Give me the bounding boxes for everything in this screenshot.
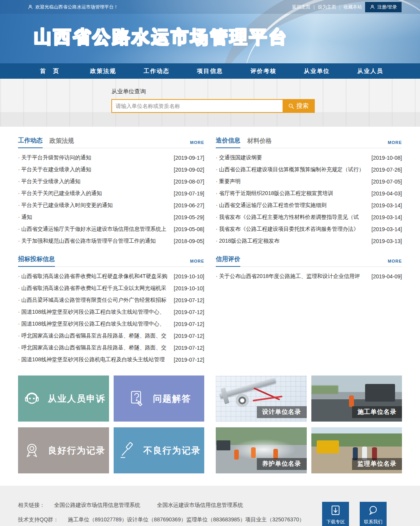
- tab-policies[interactable]: 政策法规: [50, 137, 74, 148]
- search-button[interactable]: 搜索: [283, 100, 314, 112]
- list-item: 重要声明 [2019-07-05]: [216, 175, 402, 187]
- search-input[interactable]: [112, 100, 283, 112]
- section-work-news: 工作动态 政策法规 MORE 关于平台升级暂停访问的通知 [2019-09-17…: [18, 137, 204, 247]
- news-link[interactable]: 山西省交通运输厅公路工程造价管理实施细则: [216, 202, 369, 209]
- news-link[interactable]: 2018版公路工程定额发布: [216, 238, 369, 245]
- contact-us-button[interactable]: 联系我们: [360, 502, 387, 526]
- news-link[interactable]: 我省发布《公路工程主要地方性材料价差调整指导意见（试: [216, 214, 369, 221]
- list-item: 平台关于业绩录入的通知 [2019-08-07]: [18, 175, 204, 187]
- news-link[interactable]: 平台关于已建业绩录入时间变更的通知: [18, 202, 171, 209]
- qq-support-row: 技术支持QQ群： 施工单位（891027789）设计单位（887690369）监…: [18, 516, 304, 523]
- section-credit-evaluation: 信用评价 MORE 关于公布山西省2018年度公路施工、监理和设计企业信用评 […: [216, 255, 402, 366]
- news-link[interactable]: 国道108线神堂堡至砂河段公路机电工程及白坡头主线站管理: [18, 356, 171, 363]
- register-login-button[interactable]: 注册/登录: [365, 2, 402, 12]
- list-item: 山西省取消高速公路省界收费站工程千兆工业以太网光端机采 [2019-10-10]: [18, 282, 204, 294]
- more-link[interactable]: MORE: [388, 140, 402, 148]
- tab-bidding-info[interactable]: 招标投标信息: [18, 255, 55, 267]
- news-date: [2019-04-09]: [372, 273, 402, 280]
- news-link[interactable]: 国道108线神堂堡至砂河段公路工程白坡头主线站管理中心、: [18, 321, 171, 328]
- national-highway-credit-link[interactable]: 全国公路建设市场信用信息管理系统: [54, 502, 140, 509]
- news-link[interactable]: 平台关于关闭已建业绩录入的通知: [18, 190, 171, 197]
- medal-icon: [21, 440, 42, 461]
- maintenance-units-directory[interactable]: 养护单位名录: [216, 427, 307, 473]
- favorite-link[interactable]: 收藏本站: [344, 4, 362, 10]
- news-link[interactable]: 国道108线神堂堡至砂河段公路工程白坡头主线站管理中心、: [18, 309, 171, 316]
- tab-work-news[interactable]: 工作动态: [18, 137, 43, 148]
- nav-item-projects[interactable]: 项目信息: [183, 68, 236, 75]
- photo-label: 设计单位名录: [257, 406, 307, 418]
- news-link[interactable]: 关于公布山西省2018年度公路施工、监理和设计企业信用评: [216, 273, 369, 280]
- set-home-link[interactable]: 设为主页: [318, 4, 336, 10]
- news-date: [2019-07-12]: [174, 297, 204, 303]
- nav-item-enterprises[interactable]: 从业单位: [290, 68, 344, 75]
- topbar: 欢迎光临山西省公路水运市场管理平台！ 返回主页| 设为主页| 收藏本站 注册/登…: [0, 0, 420, 14]
- news-link[interactable]: 重要声明: [216, 178, 369, 185]
- news-date: [2019-07-12]: [174, 309, 204, 315]
- more-link[interactable]: MORE: [388, 259, 402, 266]
- download-icon: [330, 504, 341, 516]
- news-date: [2019-07-19]: [174, 190, 204, 197]
- tab-credit-evaluation[interactable]: 信用评价: [216, 255, 240, 267]
- tile-label: 问题解答: [153, 393, 191, 405]
- download-zone-button[interactable]: 下载专区: [322, 502, 349, 526]
- list-item: 山西省交通运输厅关于做好水运建设市场信用信息管理系统上 [2019-05-08]: [18, 223, 204, 235]
- news-link[interactable]: 通知: [18, 214, 171, 221]
- nav-item-evaluation[interactable]: 评价考核: [237, 68, 290, 75]
- related-links-label: 相关链接：: [18, 502, 45, 509]
- topbar-welcome-group: 欢迎光临山西省公路水运市场管理平台！: [28, 4, 118, 10]
- qq-support-label: 技术支持QQ群：: [18, 516, 59, 523]
- download-zone-label: 下载专区: [326, 519, 345, 525]
- nav-item-home[interactable]: 首 页: [23, 68, 76, 75]
- user-icon: [28, 4, 33, 10]
- supervision-units-directory[interactable]: 监理单位名录: [311, 427, 402, 473]
- news-link[interactable]: 呼北国家高速公路山西省隰县至吉县段路基、桥隧、路面、交: [18, 344, 171, 351]
- list-item: 国道108线神堂堡至砂河段公路机电工程及白坡头主线站管理 [2019-07-12…: [18, 354, 204, 366]
- footer-text-block: 相关链接： 全国公路建设市场信用信息管理系统 全国水运建设市场信用信息管理系统 …: [18, 502, 304, 526]
- nav-item-policies[interactable]: 政策法规: [76, 68, 130, 75]
- news-link[interactable]: 交通强国建设纲要: [216, 154, 369, 161]
- news-link[interactable]: 山西省取消高速公路省界收费站工程硬盘录像机和4T硬盘采购: [18, 273, 171, 280]
- construction-units-directory[interactable]: 施工单位名录: [311, 375, 402, 422]
- nav-item-personnel[interactable]: 从业人员: [344, 68, 397, 75]
- news-link[interactable]: 山西省取消高速公路省界收费站工程千兆工业以太网光端机采: [18, 285, 171, 292]
- section-header: 信用评价 MORE: [216, 255, 402, 267]
- news-link[interactable]: 山西省交通运输厅关于做好水运建设市场信用信息管理系统上: [18, 226, 171, 233]
- news-date: [2019-09-02]: [174, 167, 204, 173]
- related-links-row: 相关链接： 全国公路建设市场信用信息管理系统 全国水运建设市场信用信息管理系统: [18, 502, 304, 509]
- topbar-links: 返回主页| 设为主页| 收藏本站 注册/登录: [292, 2, 402, 12]
- news-link[interactable]: 我省发布《公路工程建设项目委托技术咨询服务管理办法》: [216, 226, 369, 233]
- list-item: 山西省交通运输厅公路工程造价管理实施细则 [2019-03-14]: [216, 199, 402, 211]
- main-content: 工作动态 政策法规 MORE 关于平台升级暂停访问的通知 [2019-09-17…: [0, 127, 420, 486]
- news-link[interactable]: 平台关于业绩录入的通知: [18, 178, 171, 185]
- more-link[interactable]: MORE: [190, 140, 204, 148]
- news-date: [2019-09-17]: [174, 155, 204, 161]
- news-link[interactable]: 山西吕梁环城高速公路管理有限责任公司户外广告经营权招标: [18, 297, 171, 304]
- gavel-icon: [117, 440, 137, 461]
- tile-personnel-appeal[interactable]: 从业人员申诉: [18, 375, 109, 422]
- tile-bad-behavior-records[interactable]: 不良行为记录: [114, 427, 205, 473]
- news-date: [2019-10-08]: [372, 155, 402, 161]
- national-waterway-credit-link[interactable]: 全国水运建设市场信用信息管理系统: [157, 502, 243, 509]
- news-link[interactable]: 省厅将于近期组织2018版公路工程定额宣贯培训: [216, 190, 369, 197]
- news-date: [2019-04-03]: [372, 190, 402, 197]
- news-link[interactable]: 关于平台升级暂停访问的通知: [18, 154, 171, 161]
- design-units-directory[interactable]: 设计单位名录: [216, 375, 307, 422]
- register-login-label: 注册/登录: [377, 4, 397, 10]
- tile-good-behavior-records[interactable]: 良好行为记录: [18, 427, 109, 473]
- nav-item-work-news[interactable]: 工作动态: [130, 68, 183, 75]
- news-link[interactable]: 山西省公路工程建设项目估算概算预算编制补充规定（试行）: [216, 166, 369, 173]
- main-navigation: 首 页 政策法规 工作动态 项目信息 评价考核 从业单位 从业人员: [0, 63, 420, 79]
- tile-question-answers[interactable]: 问题解答: [114, 375, 205, 422]
- back-home-link[interactable]: 返回主页: [292, 4, 310, 10]
- news-link[interactable]: 关于加强和规范山西省公路市场管理平台管理工作的通知: [18, 238, 171, 245]
- news-date: [2019-03-14]: [372, 202, 402, 208]
- tab-material-prices[interactable]: 材料价格: [247, 137, 272, 148]
- news-list: 关于公布山西省2018年度公路施工、监理和设计企业信用评 [2019-04-09…: [216, 267, 402, 282]
- news-link[interactable]: 平台关于在建业绩录入的通知: [18, 166, 171, 173]
- separator: |: [339, 4, 341, 10]
- news-date: [2019-08-07]: [174, 179, 204, 185]
- news-link[interactable]: 呼北国家高速公路山西省隰县至吉县段路基、桥隧、路面、交: [18, 332, 171, 339]
- list-item: 我省发布《公路工程建设项目委托技术咨询服务管理办法》 [2019-03-14]: [216, 223, 402, 235]
- tab-cost-info[interactable]: 造价信息: [216, 137, 240, 148]
- more-link[interactable]: MORE: [190, 259, 204, 266]
